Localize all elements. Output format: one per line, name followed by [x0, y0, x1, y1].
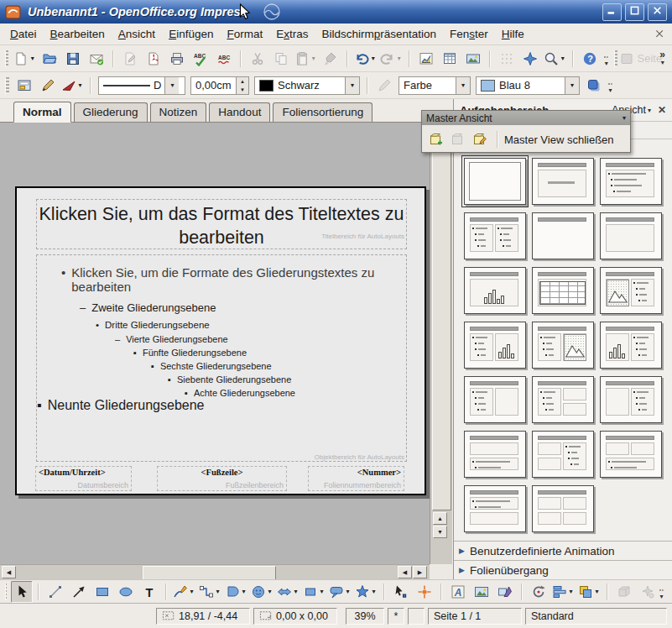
presentation-properties-button[interactable]: [13, 75, 35, 97]
menu-item[interactable]: Format: [220, 24, 269, 44]
task-pane-view-dropdown-icon[interactable]: ▾: [648, 107, 651, 114]
dropdown-arrow-icon[interactable]: [559, 55, 566, 62]
page-button[interactable]: Seite: [622, 48, 659, 70]
drawing-tool-button[interactable]: A: [447, 581, 469, 603]
drawing-tool-button[interactable]: [198, 581, 222, 603]
toolbar-button[interactable]: [86, 48, 107, 70]
master-toolbar-button[interactable]: [469, 128, 491, 150]
drawing-tool-button[interactable]: [68, 581, 90, 603]
dropdown-arrow-icon[interactable]: [369, 55, 377, 62]
toolbar-button[interactable]: [439, 48, 461, 70]
view-tab[interactable]: Gliederung: [74, 102, 148, 122]
toolbar-button[interactable]: [13, 48, 37, 70]
toolbar-options-button[interactable]: [608, 83, 612, 94]
drawing-tool-button[interactable]: [250, 581, 274, 603]
drawing-tool-button[interactable]: [637, 581, 659, 603]
zoom-level-cell[interactable]: 39%: [346, 608, 384, 625]
vertical-scrollbar-thumb[interactable]: [432, 124, 451, 510]
dropdown-arrow-icon[interactable]: [370, 588, 378, 595]
drawing-tool-button[interactable]: [528, 581, 550, 603]
drawing-tool-button[interactable]: [390, 581, 412, 603]
maximize-button[interactable]: [625, 3, 644, 21]
master-toolbar-button[interactable]: [447, 128, 469, 150]
layout-thumbnail[interactable]: [532, 376, 594, 423]
layout-thumbnail[interactable]: [600, 322, 662, 369]
layout-thumbnail[interactable]: [464, 212, 526, 259]
spin-down-icon[interactable]: [237, 86, 248, 94]
spin-up-icon[interactable]: [237, 77, 248, 86]
line-style-dropdown-icon[interactable]: [164, 77, 179, 94]
toolbar-button[interactable]: [379, 48, 404, 70]
toolbar-grip[interactable]: [5, 77, 9, 94]
layout-thumbnail[interactable]: [532, 267, 594, 314]
view-tab[interactable]: Foliensortierung: [273, 102, 372, 122]
toolbar-button[interactable]: [237, 48, 245, 70]
drawing-tool-button[interactable]: [380, 581, 388, 603]
drawing-tool-button[interactable]: [437, 581, 445, 603]
line-width-input[interactable]: 0,00cm: [190, 76, 249, 95]
drawing-tool-button[interactable]: [414, 581, 435, 603]
layout-thumbnail[interactable]: [464, 431, 526, 478]
layout-thumbnail[interactable]: [464, 376, 526, 423]
dropdown-arrow-icon[interactable]: [292, 588, 300, 595]
toolbar-button[interactable]: [247, 48, 268, 70]
toolbar-grip[interactable]: [5, 50, 8, 67]
menu-item[interactable]: Einfügen: [162, 24, 220, 44]
drawing-tool-button[interactable]: [577, 581, 602, 603]
line-color-select[interactable]: Schwarz: [254, 76, 360, 95]
layout-thumbnail[interactable]: [464, 485, 526, 532]
layout-thumbnail[interactable]: [600, 431, 662, 478]
fill-style-dropdown-icon[interactable]: [456, 77, 470, 94]
object-size-cell[interactable]: 0,00 x 0,00: [253, 608, 337, 625]
close-master-view-button[interactable]: Master View schließen: [504, 133, 614, 146]
drawing-tool-button[interactable]: [518, 581, 526, 603]
drawing-tool-button[interactable]: [551, 581, 576, 603]
toolbar-button[interactable]: [143, 48, 164, 70]
drawing-tool-button[interactable]: [115, 581, 137, 603]
toolbar-button[interactable]: [166, 48, 188, 70]
drawing-tool-button[interactable]: [91, 581, 113, 603]
fill-color-dropdown-icon[interactable]: [565, 77, 579, 94]
drawing-tool-button[interactable]: [603, 581, 612, 603]
close-button[interactable]: [648, 3, 667, 21]
toolbar-button[interactable]: [353, 48, 378, 70]
fill-color-select[interactable]: Blau 8: [476, 76, 580, 95]
dropdown-arrow-icon[interactable]: [395, 55, 403, 62]
toolbar-button[interactable]: [109, 48, 117, 70]
close-document-icon[interactable]: [654, 28, 667, 41]
dropdown-arrow-icon[interactable]: [76, 81, 84, 89]
toolbar-button[interactable]: [405, 48, 414, 70]
outline-placeholder[interactable]: • Klicken Sie, um die Formate des Gliede…: [36, 254, 407, 462]
toolbar-button[interactable]: [320, 48, 341, 70]
toolbar-options-button[interactable]: [659, 589, 664, 600]
toolbar-button[interactable]: [543, 48, 567, 70]
toolbar-button[interactable]: [519, 48, 541, 70]
layout-thumbnail[interactable]: [532, 431, 594, 478]
scroll-next-icon[interactable]: ▶: [413, 566, 427, 578]
scroll-left-icon[interactable]: ◀: [2, 566, 16, 578]
menu-item[interactable]: Hilfe: [495, 24, 531, 44]
title-placeholder[interactable]: Klicken Sie, um das Format des Titeltext…: [36, 199, 407, 249]
cursor-position-cell[interactable]: 18,91 / -4,44: [156, 608, 250, 625]
scroll-prev-icon[interactable]: ◀: [398, 566, 412, 578]
master-view-toolbar-titlebar[interactable]: Master Ansicht ▾: [422, 111, 630, 125]
slide-number-placeholder[interactable]: <Nummer> Foliennummernbereich: [308, 466, 404, 491]
shadow-button[interactable]: [583, 75, 605, 97]
toolbar-button[interactable]: ABC: [213, 48, 235, 70]
toolbar-options-button[interactable]: [604, 56, 608, 67]
menu-item[interactable]: Datei: [3, 24, 44, 44]
drawing-tool-button[interactable]: [471, 581, 492, 603]
line-style-select[interactable]: D: [98, 76, 185, 95]
layout-thumbnail[interactable]: [532, 485, 594, 532]
layout-thumbnail[interactable]: [600, 376, 662, 423]
dropdown-arrow-icon[interactable]: [188, 588, 195, 595]
dropdown-arrow-icon[interactable]: [567, 588, 575, 595]
toolbar-button[interactable]: [496, 48, 518, 70]
toolbar-menu-icon[interactable]: ▾: [623, 114, 626, 122]
drawing-tool-button[interactable]: [276, 581, 300, 603]
dropdown-arrow-icon[interactable]: [214, 588, 221, 595]
layout-thumbnail[interactable]: [600, 158, 662, 205]
layout-thumbnail[interactable]: [532, 158, 594, 205]
layout-thumbnail[interactable]: [464, 267, 526, 314]
menu-item[interactable]: Bildschirmpräsentation: [315, 24, 444, 44]
